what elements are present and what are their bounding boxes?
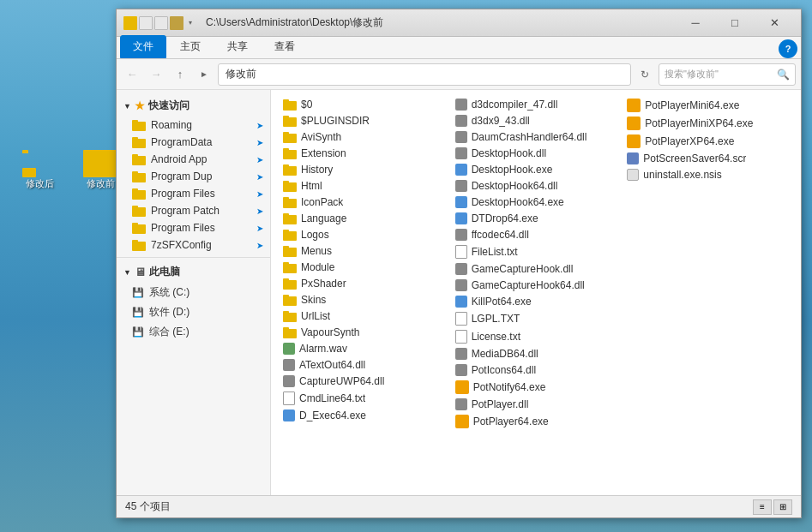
file-item[interactable]: DesktopHook64.exe xyxy=(450,194,623,210)
path-arrow[interactable]: ► xyxy=(194,64,214,85)
file-item[interactable]: FileList.txt xyxy=(450,243,623,260)
folder-icon xyxy=(83,150,117,177)
folder-icon xyxy=(132,120,146,131)
folder-icon xyxy=(132,223,146,234)
sidebar-item-label: Roaming xyxy=(151,119,192,131)
file-item[interactable]: KillPot64.exe xyxy=(450,294,623,309)
view-grid-button[interactable]: ⊞ xyxy=(773,499,792,515)
sidebar-item-drive-d[interactable]: 💾 软件 (D:) xyxy=(117,302,270,322)
up-button[interactable]: ↑ xyxy=(170,64,190,85)
address-path[interactable]: 修改前 xyxy=(218,63,631,86)
file-item[interactable]: IconPack xyxy=(278,194,450,210)
sidebar-item-programdup[interactable]: Program Dup ➤ xyxy=(117,168,270,185)
pin-icon: ➤ xyxy=(256,172,263,182)
file-item[interactable]: PotPlayerMiniXP64.exe xyxy=(622,115,794,132)
dll-icon xyxy=(455,398,467,410)
tab-home[interactable]: 主页 xyxy=(167,35,214,58)
file-name: PotPlayer.dll xyxy=(472,398,529,410)
file-name: DesktopHook.exe xyxy=(472,164,553,176)
quick-access-label: 快速访问 xyxy=(148,99,189,113)
file-item[interactable]: GameCaptureHook64.dll xyxy=(450,278,623,293)
file-item[interactable]: Html xyxy=(278,178,450,194)
file-column-2: d3dcompiler_47.dll d3dx9_43.dll DaumCras… xyxy=(450,97,623,430)
minimize-button[interactable]: ─ xyxy=(676,9,715,37)
file-item[interactable]: CmdLine64.txt xyxy=(278,390,450,407)
sidebar-item-drive-c[interactable]: 💾 系统 (C:) xyxy=(117,283,270,302)
file-item[interactable]: Alarm.wav xyxy=(278,341,450,356)
file-item[interactable]: PotPlayerXP64.exe xyxy=(622,133,794,150)
sidebar-item-programdata[interactable]: ProgramData ➤ xyxy=(117,134,270,151)
file-item[interactable]: PotNotify64.exe xyxy=(450,379,623,396)
file-item[interactable]: $PLUGINSDIR xyxy=(278,113,450,129)
file-item[interactable]: DaumCrashHandler64.dll xyxy=(450,129,623,145)
quick-access-section[interactable]: ▼ ★ 快速访问 xyxy=(117,95,270,117)
sidebar-item-label: 7zSFXConfig xyxy=(151,239,212,251)
file-item[interactable]: PotScreenSaver64.scr xyxy=(622,151,794,166)
file-name: Module xyxy=(301,261,334,273)
this-pc-section[interactable]: ▼ 🖥 此电脑 xyxy=(117,261,270,283)
tab-file[interactable]: 文件 xyxy=(120,35,166,58)
tab-view[interactable]: 查看 xyxy=(262,35,308,58)
file-item[interactable]: uninstall.exe.nsis xyxy=(622,167,794,182)
title-bar-icons: ▾ xyxy=(123,16,195,30)
file-item[interactable]: DTDrop64.exe xyxy=(450,211,623,226)
search-box[interactable]: 搜索"修改前" 🔍 xyxy=(659,63,796,86)
maximize-button[interactable]: □ xyxy=(715,9,755,37)
sidebar-item-android[interactable]: Android App ➤ xyxy=(117,151,270,168)
close-button[interactable]: ✕ xyxy=(755,9,794,37)
file-item[interactable]: VapourSynth xyxy=(278,325,450,340)
sidebar-item-drive-e[interactable]: 💾 综合 (E:) xyxy=(117,322,270,342)
file-item[interactable]: ffcodec64.dll xyxy=(450,227,623,242)
sidebar-item-7z[interactable]: 7zSFXConfig ➤ xyxy=(117,236,270,254)
file-item[interactable]: UrlList xyxy=(278,308,450,324)
file-item[interactable]: LGPL.TXT xyxy=(450,310,623,327)
tab-share[interactable]: 共享 xyxy=(214,35,261,58)
dll-icon xyxy=(455,147,467,159)
view-list-button[interactable]: ≡ xyxy=(753,499,772,515)
file-item[interactable]: ATextOut64.dll xyxy=(278,357,450,373)
file-area: $0 $PLUGINSDIR AviSynth Extension Histor… xyxy=(271,90,801,495)
file-item[interactable]: AviSynth xyxy=(278,129,450,145)
drive-icon-d: 💾 xyxy=(132,307,144,318)
file-item[interactable]: $0 xyxy=(278,97,450,112)
file-item[interactable]: DesktopHook.exe xyxy=(450,162,623,177)
file-item[interactable]: Module xyxy=(278,260,450,275)
file-item[interactable]: PotPlayer64.exe xyxy=(450,413,623,430)
file-item[interactable]: DesktopHook64.dll xyxy=(450,178,623,194)
file-item[interactable]: Skins xyxy=(278,292,450,308)
file-item[interactable]: d3dcompiler_47.dll xyxy=(450,97,623,112)
file-item[interactable]: PotIcons64.dll xyxy=(450,362,623,378)
refresh-button[interactable]: ↻ xyxy=(635,64,655,85)
file-item[interactable]: PxShader xyxy=(278,276,450,291)
title-icon-5: ▾ xyxy=(185,16,195,30)
file-item[interactable]: MediaDB64.dll xyxy=(450,346,623,362)
folder-icon xyxy=(283,99,297,111)
file-item[interactable]: CaptureUWP64.dll xyxy=(278,374,450,389)
help-button[interactable]: ? xyxy=(779,39,797,58)
file-name: PotPlayerXP64.exe xyxy=(645,135,734,147)
file-item[interactable]: License.txt xyxy=(450,328,623,345)
exe-icon xyxy=(455,212,467,224)
file-item[interactable]: PotPlayer.dll xyxy=(450,397,623,412)
sidebar-item-roaming[interactable]: Roaming ➤ xyxy=(117,117,270,134)
forward-button[interactable]: → xyxy=(146,64,166,85)
file-item[interactable]: d3dx9_43.dll xyxy=(450,113,623,129)
file-item[interactable]: DesktopHook.dll xyxy=(450,146,623,161)
file-name: d3dx9_43.dll xyxy=(472,115,530,127)
folder-icon xyxy=(132,154,146,165)
sidebar-item-programfiles2[interactable]: Program Files ➤ xyxy=(117,219,270,236)
file-item[interactable]: History xyxy=(278,162,450,177)
file-item[interactable]: D_Exec64.exe xyxy=(278,408,450,423)
file-item[interactable]: Language xyxy=(278,211,450,226)
file-item[interactable]: PotPlayerMini64.exe xyxy=(622,97,794,114)
dll-icon xyxy=(455,263,467,275)
sidebar-item-programfiles1[interactable]: Program Files ➤ xyxy=(117,185,270,202)
file-item[interactable]: GameCaptureHook.dll xyxy=(450,261,623,277)
sidebar-item-programpatch[interactable]: Program Patch ➤ xyxy=(117,202,270,219)
desktop-icon-after[interactable]: 修改后 xyxy=(12,150,67,190)
file-item[interactable]: Logos xyxy=(278,227,450,242)
file-item[interactable]: Extension xyxy=(278,146,450,161)
exe-icon xyxy=(455,164,467,176)
file-item[interactable]: Menus xyxy=(278,243,450,259)
back-button[interactable]: ← xyxy=(122,64,142,85)
